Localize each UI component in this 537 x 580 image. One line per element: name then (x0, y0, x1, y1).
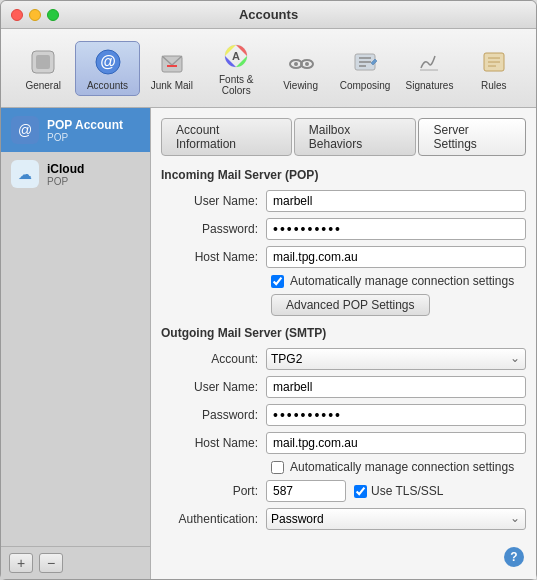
traffic-lights (11, 9, 59, 21)
title-bar: Accounts (1, 1, 536, 29)
composing-icon (349, 46, 381, 78)
toolbar-viewing[interactable]: Viewing (268, 41, 332, 96)
incoming-username-input[interactable] (266, 190, 526, 212)
incoming-hostname-row: Host Name: (161, 246, 526, 268)
toolbar: General @ Accounts Junk Mail (1, 29, 536, 108)
outgoing-account-select[interactable]: TPG2 (266, 348, 526, 370)
incoming-password-input[interactable] (266, 218, 526, 240)
pop-account-type: POP (47, 132, 123, 143)
main-panel: Account Information Mailbox Behaviors Se… (151, 108, 536, 579)
tls-checkbox[interactable] (354, 485, 367, 498)
signatures-label: Signatures (406, 80, 454, 91)
svg-text:@: @ (100, 53, 116, 70)
outgoing-auth-select-wrapper: Password (266, 508, 526, 530)
incoming-hostname-label: Host Name: (161, 250, 266, 264)
help-button[interactable]: ? (504, 547, 524, 567)
account-item-icloud[interactable]: ☁ iCloud POP (1, 152, 150, 196)
zoom-button[interactable] (47, 9, 59, 21)
pop-account-name: POP Account (47, 118, 123, 132)
pop-account-icon: @ (11, 116, 39, 144)
account-list: @ POP Account POP ☁ iCloud (1, 108, 150, 546)
sidebar-bottom: + − (1, 546, 150, 579)
outgoing-auth-row: Authentication: Password (161, 508, 526, 530)
advanced-pop-settings-button[interactable]: Advanced POP Settings (271, 294, 430, 316)
outgoing-port-input[interactable] (266, 480, 346, 502)
svg-point-9 (294, 62, 298, 66)
incoming-username-label: User Name: (161, 194, 266, 208)
composing-label: Composing (340, 80, 391, 91)
viewing-label: Viewing (283, 80, 318, 91)
accounts-icon: @ (92, 46, 124, 78)
outgoing-section-title: Outgoing Mail Server (SMTP) (161, 326, 526, 340)
incoming-auto-manage-row: Automatically manage connection settings (161, 274, 526, 288)
sidebar: @ POP Account POP ☁ iCloud (1, 108, 151, 579)
rules-label: Rules (481, 80, 507, 91)
outgoing-account-select-wrapper: TPG2 (266, 348, 526, 370)
accounts-label: Accounts (87, 80, 128, 91)
junk-mail-icon (156, 46, 188, 78)
adv-pop-settings-row: Advanced POP Settings (161, 294, 526, 316)
fonts-colors-label: Fonts & Colors (211, 74, 261, 96)
incoming-username-row: User Name: (161, 190, 526, 212)
tab-mailbox-behaviors[interactable]: Mailbox Behaviors (294, 118, 417, 156)
outgoing-account-row: Account: TPG2 (161, 348, 526, 370)
outgoing-port-row: Port: Use TLS/SSL (161, 480, 526, 502)
outgoing-account-label: Account: (161, 352, 266, 366)
window-title: Accounts (239, 7, 298, 22)
outgoing-auto-manage-label: Automatically manage connection settings (290, 460, 514, 474)
outgoing-auth-select[interactable]: Password (266, 508, 526, 530)
toolbar-rules[interactable]: Rules (462, 41, 526, 96)
outgoing-username-row: User Name: (161, 376, 526, 398)
junk-mail-label: Junk Mail (151, 80, 193, 91)
svg-point-11 (305, 62, 309, 66)
toolbar-general[interactable]: General (11, 41, 75, 96)
toolbar-fonts-colors[interactable]: A Fonts & Colors (204, 35, 268, 101)
fonts-colors-icon: A (220, 40, 252, 72)
rules-icon (478, 46, 510, 78)
icloud-account-type: POP (47, 176, 84, 187)
outgoing-password-label: Password: (161, 408, 266, 422)
incoming-hostname-input[interactable] (266, 246, 526, 268)
tls-label: Use TLS/SSL (354, 484, 443, 498)
incoming-password-row: Password: (161, 218, 526, 240)
tab-account-information[interactable]: Account Information (161, 118, 292, 156)
window: Accounts General @ Accounts (0, 0, 537, 580)
outgoing-password-input[interactable] (266, 404, 526, 426)
tab-bar: Account Information Mailbox Behaviors Se… (161, 118, 526, 156)
incoming-auto-manage-checkbox[interactable] (271, 275, 284, 288)
add-account-button[interactable]: + (9, 553, 33, 573)
outgoing-auto-manage-checkbox[interactable] (271, 461, 284, 474)
svg-text:A: A (232, 50, 240, 62)
remove-account-button[interactable]: − (39, 553, 63, 573)
outgoing-hostname-input[interactable] (266, 432, 526, 454)
outgoing-hostname-label: Host Name: (161, 436, 266, 450)
tab-server-settings[interactable]: Server Settings (418, 118, 526, 156)
toolbar-junk-mail[interactable]: Junk Mail (140, 41, 204, 96)
toolbar-signatures[interactable]: Signatures (397, 41, 461, 96)
pop-account-info: POP Account POP (47, 118, 123, 143)
viewing-icon (285, 46, 317, 78)
account-item-pop[interactable]: @ POP Account POP (1, 108, 150, 152)
close-button[interactable] (11, 9, 23, 21)
icloud-account-name: iCloud (47, 162, 84, 176)
signatures-icon (413, 46, 445, 78)
outgoing-password-row: Password: (161, 404, 526, 426)
outgoing-auto-manage-row: Automatically manage connection settings (161, 460, 526, 474)
toolbar-composing[interactable]: Composing (333, 41, 398, 96)
window-body: @ POP Account POP ☁ iCloud (1, 108, 536, 579)
outgoing-hostname-row: Host Name: (161, 432, 526, 454)
toolbar-accounts[interactable]: @ Accounts (75, 41, 139, 96)
general-label: General (25, 80, 61, 91)
incoming-section-title: Incoming Mail Server (POP) (161, 168, 526, 182)
outgoing-port-label: Port: (161, 484, 266, 498)
icloud-account-icon: ☁ (11, 160, 39, 188)
general-icon (27, 46, 59, 78)
icloud-account-info: iCloud POP (47, 162, 84, 187)
incoming-password-label: Password: (161, 222, 266, 236)
svg-rect-1 (36, 55, 50, 69)
incoming-auto-manage-label: Automatically manage connection settings (290, 274, 514, 288)
minimize-button[interactable] (29, 9, 41, 21)
outgoing-username-label: User Name: (161, 380, 266, 394)
content: @ POP Account POP ☁ iCloud (1, 108, 536, 579)
outgoing-username-input[interactable] (266, 376, 526, 398)
